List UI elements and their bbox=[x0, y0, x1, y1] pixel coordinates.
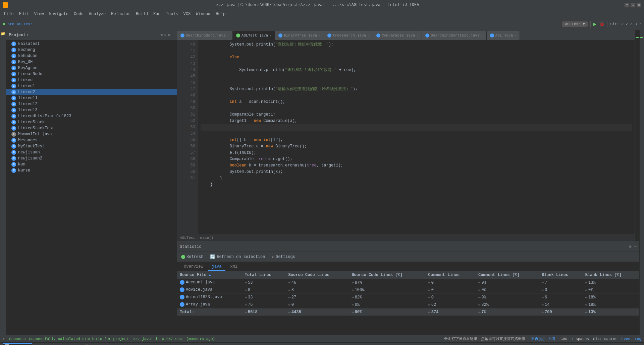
close-button[interactable]: ✕ bbox=[637, 3, 641, 7]
editor-area: SearchingSort.java ✕ ASLTest.java ✕ Bina… bbox=[177, 30, 639, 241]
tab-treesearch[interactable]: treesearch.java ✕ bbox=[324, 31, 373, 40]
tree-item-linked13[interactable]: C linked13 bbox=[6, 107, 177, 113]
tree-item-kecheng[interactable]: C kecheng bbox=[6, 47, 177, 53]
statistic-tab[interactable]: 📊 Statistic bbox=[3, 343, 32, 345]
close-link[interactable]: 关闭 bbox=[548, 336, 555, 341]
refresh-button[interactable]: Refresh bbox=[180, 254, 205, 260]
tab-searchingsort[interactable]: SearchingSort.java ✕ bbox=[177, 31, 233, 40]
menu-edit[interactable]: Edit bbox=[16, 11, 32, 17]
tree-item-kaisatest[interactable]: C kaisatest bbox=[6, 41, 177, 47]
collapse-icon[interactable]: ≡ bbox=[164, 33, 166, 38]
tab-xml[interactable]: xml bbox=[226, 263, 241, 271]
todo-tab[interactable]: ✓ 6: TODO bbox=[58, 343, 81, 345]
tab-java[interactable]: java bbox=[208, 263, 226, 271]
tab-overview[interactable]: Overview bbox=[180, 263, 207, 271]
menu-view[interactable]: View bbox=[32, 11, 47, 17]
col-source-pct[interactable]: Source Code Lines [%] bbox=[349, 271, 425, 279]
tab-asltest[interactable]: ASLTest.java ✕ bbox=[233, 31, 275, 40]
menu-refactor[interactable]: Refactor bbox=[108, 11, 133, 17]
col-blank-lines[interactable]: Blank Lines bbox=[539, 271, 583, 279]
tab-close-asl[interactable]: ✕ bbox=[514, 33, 516, 38]
statistic-minimize-icon[interactable]: — bbox=[634, 245, 637, 249]
menu-window[interactable]: Window bbox=[193, 11, 213, 17]
breadcrumb-main[interactable]: main() bbox=[200, 236, 214, 240]
tree-item-newjisuan[interactable]: C newjisuan bbox=[6, 149, 177, 155]
tab-binarytree[interactable]: BinaryTree.java ✕ bbox=[275, 31, 324, 40]
menu-help[interactable]: Help bbox=[213, 11, 228, 17]
col-comment-lines[interactable]: Comment Lines bbox=[426, 271, 476, 279]
file-icon bbox=[180, 280, 184, 285]
menu-file[interactable]: File bbox=[1, 11, 16, 17]
tree-item-linkedstack[interactable]: C LinkedStack bbox=[6, 119, 177, 125]
tree-item-keyagree[interactable]: C KeyAgree bbox=[6, 65, 177, 71]
tree-item-num[interactable]: C Num bbox=[6, 161, 177, 167]
col-blank-pct[interactable]: Blank Lines [%] bbox=[583, 271, 639, 279]
tree-item-nurse[interactable]: C Nurse bbox=[6, 167, 177, 174]
statistic-settings-icon[interactable]: ⚙ bbox=[629, 244, 632, 249]
code-area[interactable]: 4041424344 4546474849 5051525354 5556575… bbox=[177, 40, 635, 234]
vcs-tab[interactable]: ↕ 9: Version Control bbox=[114, 344, 161, 345]
tree-item-linked2[interactable]: C Linked2 bbox=[6, 89, 177, 95]
status-bar: ⚡ Success: Successfully calculated stati… bbox=[0, 335, 644, 342]
tree-item-linearnode[interactable]: C LinearNode bbox=[6, 71, 177, 77]
menu-tools[interactable]: Tools bbox=[163, 11, 181, 17]
menu-navigate[interactable]: Navigate bbox=[46, 11, 71, 17]
class-icon: C bbox=[11, 48, 16, 52]
tree-item-linked1[interactable]: C Linked1 bbox=[6, 83, 177, 89]
menu-vcs[interactable]: VCS bbox=[181, 11, 194, 17]
col-comment-pct[interactable]: Comment Lines [%] bbox=[476, 271, 539, 279]
project-dropdown[interactable]: ▾ bbox=[26, 32, 29, 38]
tree-item-linked11[interactable]: C linked11 bbox=[6, 95, 177, 101]
menu-build[interactable]: Build bbox=[133, 11, 151, 17]
tree-item-kehuduan[interactable]: C kehuduan bbox=[6, 53, 177, 59]
code-content[interactable]: System.out.println("查找失败！数组中无此数！"); else… bbox=[198, 40, 635, 234]
tab-close-comparable[interactable]: ✕ bbox=[416, 33, 418, 38]
tab-close-searchingsorttest[interactable]: ✕ bbox=[481, 33, 483, 38]
col-source-code-lines[interactable]: Source Code Lines bbox=[286, 271, 349, 279]
git-indicator[interactable]: Git: master bbox=[593, 337, 618, 341]
col-source-file[interactable]: Source File ▲ bbox=[177, 271, 242, 279]
stats-table-container[interactable]: Source File ▲ Total Lines Source Code Li… bbox=[177, 271, 639, 335]
close-panel-icon[interactable]: — bbox=[172, 33, 174, 38]
tree-item-linked12[interactable]: C linked12 bbox=[6, 101, 177, 107]
tab-close-treesearch[interactable]: ✕ bbox=[367, 33, 369, 38]
tree-item-mammalint[interactable]: F MammalInt.java bbox=[6, 131, 177, 137]
tab-close-searchingsort[interactable]: ✕ bbox=[227, 33, 229, 38]
menu-code[interactable]: Code bbox=[71, 11, 86, 17]
refresh-on-selection-button[interactable]: 🔄 Refresh on selection bbox=[209, 254, 266, 260]
tab-asl[interactable]: ASL.java ✕ bbox=[487, 31, 520, 40]
tab-searchingsorttest[interactable]: SearchingSorttest.java ✕ bbox=[422, 31, 486, 40]
run-config-selector[interactable]: ASLTest ▼ bbox=[562, 21, 587, 27]
menu-run[interactable]: Run bbox=[151, 11, 163, 17]
spaces-indicator[interactable]: 4 spaces bbox=[571, 337, 589, 341]
tab-close-binarytree[interactable]: ✕ bbox=[318, 33, 320, 38]
encoding-indicator[interactable]: GBK bbox=[560, 337, 567, 341]
run-tab[interactable]: ▶ 4: Run bbox=[35, 343, 55, 345]
no-remind-link[interactable]: 不再提示 bbox=[531, 336, 546, 341]
breadcrumb-asltest[interactable]: ASLTest bbox=[180, 236, 195, 240]
tab-comparable[interactable]: Comparable.java ✕ bbox=[373, 31, 422, 40]
settings-button[interactable]: ⚙ Settings bbox=[270, 254, 296, 260]
window-controls[interactable]: ─ □ ✕ bbox=[625, 3, 641, 7]
run-button[interactable]: ▶ bbox=[593, 21, 597, 27]
menu-analyze[interactable]: Analyze bbox=[86, 11, 108, 17]
terminal-tab[interactable]: ⬛ Terminal bbox=[84, 343, 111, 345]
tab-close-asltest[interactable]: ✕ bbox=[269, 33, 271, 38]
tree-item-mystacktest[interactable]: C MyStackTest bbox=[6, 143, 177, 149]
maximize-button[interactable]: □ bbox=[631, 3, 635, 7]
tree-item-linkeddlist[interactable]: C LinkeddListExample1823 bbox=[6, 113, 177, 119]
debug-button[interactable]: 🐞 bbox=[599, 21, 604, 27]
tree-item-newjisuan2[interactable]: C newjisuan2 bbox=[6, 155, 177, 161]
locate-icon[interactable]: ⊕ bbox=[160, 32, 163, 38]
col-total-lines[interactable]: Total Lines bbox=[242, 271, 286, 279]
sidebar-project-icon[interactable]: 📁 bbox=[0, 31, 6, 37]
editor-scrollbar[interactable] bbox=[635, 30, 639, 241]
tree-item-linked[interactable]: C Linked bbox=[6, 77, 177, 83]
minimize-button[interactable]: ─ bbox=[625, 3, 629, 7]
settings-icon[interactable]: ⚙ bbox=[168, 32, 170, 38]
toolbar-separator bbox=[590, 21, 591, 27]
tree-item-linkedstacktest[interactable]: C LinkedStackTest bbox=[6, 125, 177, 131]
tree-item-messages[interactable]: C Messages bbox=[6, 137, 177, 143]
event-log-link[interactable]: Event Log bbox=[622, 337, 641, 341]
tree-item-keydh[interactable]: C Key_DH bbox=[6, 59, 177, 65]
